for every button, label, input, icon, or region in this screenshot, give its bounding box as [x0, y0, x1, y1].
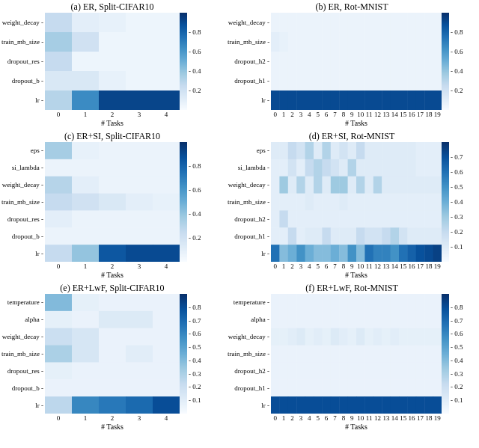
ytick-label: weight_decay - — [228, 333, 269, 340]
svg-rect-699 — [433, 227, 442, 245]
colorbar-tick: - 0.5 — [189, 343, 201, 351]
svg-rect-687 — [331, 227, 340, 245]
svg-rect-1096 — [279, 311, 288, 328]
svg-rect-658 — [424, 194, 433, 211]
xtick-label: 8 — [339, 111, 348, 118]
svg-rect-15 — [45, 71, 73, 91]
svg-rect-593 — [382, 142, 391, 159]
panel-b: (b) ER, Rot-MNIST weight_decay -train_mb… — [225, 1, 479, 131]
svg-rect-604 — [305, 159, 314, 177]
svg-rect-234 — [433, 71, 442, 91]
svg-rect-253 — [424, 90, 433, 110]
svg-rect-1156 — [279, 362, 288, 379]
svg-rect-223 — [339, 71, 348, 91]
svg-rect-1081 — [322, 294, 331, 311]
colorbar-tick: - 0.8 — [189, 304, 201, 311]
svg-rect-1198 — [296, 396, 305, 414]
ytick-label: dropout_h1 - — [228, 384, 269, 392]
xticks-f: 012345678910111213141516171819# Tasks — [271, 414, 442, 435]
svg-rect-14 — [153, 52, 180, 72]
ytick-label: train_mb_size - — [1, 350, 43, 358]
svg-rect-1092 — [416, 294, 425, 311]
svg-rect-1101 — [322, 311, 331, 328]
svg-rect-594 — [391, 142, 400, 159]
svg-rect-172 — [416, 13, 425, 33]
svg-rect-1206 — [364, 396, 373, 414]
svg-rect-895 — [45, 346, 73, 363]
svg-rect-579 — [180, 261, 187, 262]
title-e: (e) ER+LwF, Split-CIFAR10 — [0, 283, 225, 294]
svg-rect-1190 — [399, 379, 408, 396]
svg-rect-625 — [314, 177, 323, 194]
ytick-label: dropout_h2 - — [228, 58, 269, 65]
colorbar-tick: - 0.1 — [189, 396, 201, 404]
colorbar-tick: - 0.4 — [189, 67, 201, 75]
svg-rect-250 — [399, 90, 408, 110]
heatmap-b — [271, 13, 442, 110]
colorbar-tick: - 0.4 — [451, 67, 463, 75]
yticks-f: temperature -alpha -weight_decay -train_… — [225, 294, 271, 414]
svg-rect-608 — [339, 159, 348, 177]
svg-rect-216 — [279, 71, 288, 91]
xtick-label: 3 — [296, 414, 305, 422]
svg-rect-648 — [339, 194, 348, 211]
svg-rect-1145 — [356, 346, 365, 363]
svg-rect-911 — [72, 396, 100, 414]
xtick-label: 2 — [288, 111, 297, 118]
ytick-label: dropout_res - — [1, 58, 43, 65]
svg-rect-707 — [331, 245, 340, 262]
svg-rect-158 — [296, 13, 305, 33]
colorbar-c: - 0.2- 0.4- 0.6- 0.8 — [180, 142, 210, 262]
xtick-label: 0 — [54, 414, 63, 422]
svg-rect-1110 — [399, 311, 408, 328]
svg-rect-1122 — [331, 328, 340, 346]
ytick-label: train_mb_size - — [228, 38, 269, 46]
svg-rect-1093 — [424, 294, 433, 311]
svg-rect-1162 — [331, 362, 340, 379]
svg-rect-390 — [45, 159, 73, 177]
svg-rect-1175 — [271, 379, 280, 396]
svg-rect-1120 — [314, 328, 323, 346]
svg-rect-1131 — [407, 328, 416, 346]
svg-rect-1118 — [296, 328, 305, 346]
svg-rect-170 — [399, 13, 408, 33]
svg-rect-667 — [331, 210, 340, 227]
svg-rect-586 — [322, 142, 331, 159]
svg-rect-661 — [279, 210, 288, 227]
svg-rect-178 — [296, 32, 305, 52]
svg-rect-175 — [271, 32, 280, 52]
svg-rect-1128 — [382, 328, 391, 346]
svg-rect-173 — [424, 13, 433, 33]
svg-rect-233 — [424, 71, 433, 91]
xtick-label: 2 — [288, 263, 297, 270]
svg-rect-1148 — [382, 346, 391, 363]
svg-rect-893 — [126, 328, 153, 346]
svg-rect-1201 — [322, 396, 331, 414]
xtick-label: 2 — [288, 414, 297, 422]
svg-rect-1087 — [373, 294, 382, 311]
colorbar-tick: - 0.7 — [189, 317, 201, 325]
colorbar-tick: - 0.5 — [451, 343, 463, 351]
svg-rect-1374 — [442, 413, 449, 414]
svg-rect-163 — [339, 13, 348, 33]
svg-rect-645 — [314, 194, 323, 211]
svg-rect-166 — [364, 13, 373, 33]
colorbar-a: - 0.2- 0.4- 0.6- 0.8 — [180, 13, 210, 110]
svg-rect-646 — [322, 194, 331, 211]
xtick-label: 4 — [305, 111, 314, 118]
colorbar-tick: - 0.6 — [451, 330, 463, 337]
svg-rect-201 — [322, 52, 331, 72]
xtick-label: 5 — [314, 263, 323, 270]
svg-rect-663 — [296, 210, 305, 227]
svg-rect-674 — [391, 210, 400, 227]
svg-rect-1119 — [305, 328, 314, 346]
colorbar-f: - 0.1- 0.2- 0.3- 0.4- 0.5- 0.6- 0.7- 0.8 — [442, 294, 472, 414]
xtick-label: 4 — [162, 414, 171, 422]
svg-rect-1076 — [279, 294, 288, 311]
svg-rect-415 — [45, 245, 73, 262]
svg-rect-643 — [296, 194, 305, 211]
svg-rect-254 — [433, 90, 442, 110]
svg-rect-1171 — [407, 362, 416, 379]
svg-rect-397 — [99, 177, 126, 194]
svg-rect-686 — [322, 227, 331, 245]
